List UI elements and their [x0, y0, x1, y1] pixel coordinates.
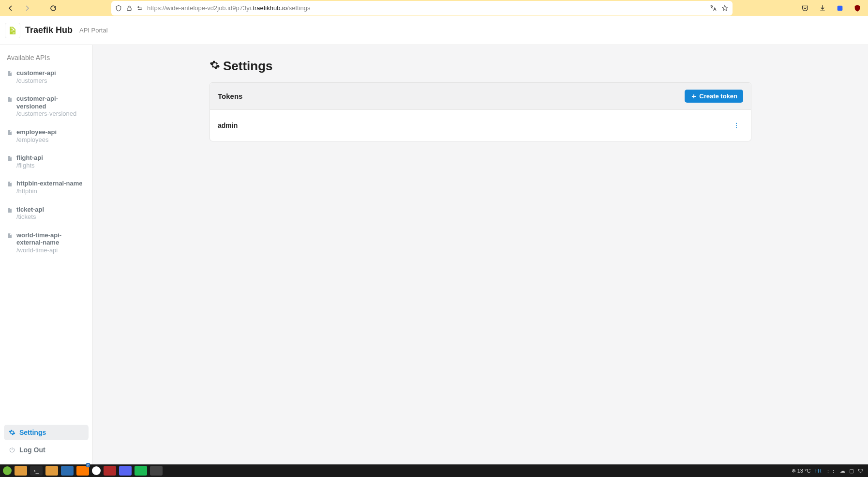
- taskbar-terminal[interactable]: ›_: [30, 466, 43, 476]
- tray-icon-4[interactable]: 🛡: [858, 468, 863, 474]
- power-icon: [9, 446, 15, 453]
- sidebar-api-item[interactable]: employee-api/employees: [3, 125, 90, 146]
- sidebar-api-item[interactable]: flight-api/flights: [3, 151, 90, 172]
- app-header: Traefik Hub API Portal: [0, 16, 868, 45]
- tokens-list: admin: [210, 110, 751, 141]
- api-path: /world-time-api: [16, 246, 86, 254]
- logo[interactable]: [5, 23, 20, 38]
- taskbar-app-4[interactable]: [104, 466, 116, 476]
- api-name: customer-api-versioned: [16, 95, 86, 110]
- document-icon: [7, 207, 13, 215]
- svg-point-1: [138, 6, 139, 7]
- brand-subtitle: API Portal: [79, 27, 108, 34]
- taskbar-app-6[interactable]: [135, 466, 147, 476]
- temp-indicator[interactable]: ❄ 13 °C: [792, 468, 811, 474]
- taskbar-app-5[interactable]: [119, 466, 132, 476]
- api-name: employee-api: [16, 128, 57, 136]
- document-icon: [7, 232, 13, 241]
- taskbar-app-7[interactable]: [150, 466, 163, 476]
- sidebar-api-item[interactable]: ticket-api/tickets: [3, 203, 90, 224]
- taskbar-start[interactable]: [3, 466, 12, 475]
- document-icon: [7, 155, 13, 163]
- url-prefix: https://wide-antelope-vd2job.id9p73yi.: [147, 4, 253, 12]
- api-path: /httpbin: [16, 187, 83, 195]
- api-path: /employees: [16, 136, 57, 144]
- sidebar-logout[interactable]: Log Out: [4, 442, 89, 458]
- downloads-icon[interactable]: [816, 1, 829, 15]
- sidebar-api-item[interactable]: customer-api-versioned/customers-version…: [3, 92, 90, 121]
- api-name: ticket-api: [16, 206, 44, 214]
- pocket-icon[interactable]: [798, 1, 812, 15]
- taskbar-app-2[interactable]: 2: [76, 466, 89, 476]
- api-path: /customers: [16, 77, 56, 85]
- page-title-text: Settings: [223, 59, 273, 74]
- browser-chrome: https://wide-antelope-vd2job.id9p73yi.tr…: [0, 0, 868, 16]
- url-bar[interactable]: https://wide-antelope-vd2job.id9p73yi.tr…: [111, 1, 733, 15]
- api-name: httpbin-external-name: [16, 180, 83, 187]
- brand-name: Traefik Hub: [25, 25, 73, 35]
- api-name: customer-api: [16, 69, 56, 77]
- back-button[interactable]: [4, 1, 17, 15]
- forward-button[interactable]: [20, 1, 34, 15]
- sidebar-logout-label: Log Out: [19, 446, 45, 454]
- reload-button[interactable]: [46, 1, 60, 15]
- document-icon: [7, 129, 13, 138]
- sidebar-api-item[interactable]: world-time-api-external-name/world-time-…: [3, 229, 90, 257]
- translate-icon[interactable]: [709, 4, 717, 12]
- tray-icon-2[interactable]: ☁: [840, 468, 845, 474]
- sidebar-settings[interactable]: Settings: [4, 425, 89, 440]
- page-title: Settings: [210, 59, 751, 74]
- gear-icon: [210, 59, 220, 74]
- api-name: flight-api: [16, 154, 43, 162]
- ublock-icon[interactable]: [851, 1, 864, 15]
- url-path: /settings: [287, 4, 310, 12]
- svg-point-7: [736, 123, 737, 124]
- tokens-card: Tokens Create token admin: [210, 82, 751, 141]
- taskbar-files[interactable]: [15, 466, 27, 476]
- gear-icon: [9, 429, 15, 436]
- svg-rect-3: [838, 5, 843, 11]
- tokens-card-header: Tokens Create token: [210, 83, 751, 110]
- create-token-button[interactable]: Create token: [685, 90, 743, 103]
- token-row: admin: [210, 110, 751, 141]
- api-path: /customers-versioned: [16, 110, 86, 118]
- bookmark-star-icon[interactable]: [721, 4, 729, 12]
- chrome-right: [798, 1, 864, 15]
- taskbar-tray: ❄ 13 °C FR ⋮⋮ ☁ ▢ 🛡: [792, 468, 865, 474]
- api-name: world-time-api-external-name: [16, 231, 86, 246]
- document-icon: [7, 96, 13, 104]
- url-host: traefikhub.io: [253, 4, 287, 12]
- sidebar-title: Available APIs: [3, 50, 90, 66]
- api-path: /flights: [16, 162, 43, 169]
- token-name: admin: [218, 122, 238, 129]
- lang-indicator[interactable]: FR: [814, 468, 822, 474]
- sidebar: Available APIs customer-api/customerscus…: [0, 45, 93, 464]
- svg-rect-0: [127, 8, 131, 10]
- sidebar-settings-label: Settings: [19, 429, 46, 436]
- svg-point-6: [11, 31, 13, 33]
- tray-icon-1[interactable]: ⋮⋮: [825, 468, 836, 474]
- create-token-label: Create token: [699, 92, 737, 100]
- sidebar-api-item[interactable]: httpbin-external-name/httpbin: [3, 177, 90, 198]
- taskbar-folder[interactable]: [45, 466, 58, 476]
- tray-icon-3[interactable]: ▢: [849, 468, 854, 474]
- sidebar-api-item[interactable]: customer-api/customers: [3, 66, 90, 87]
- permissions-icon: [136, 5, 143, 12]
- extension-icon[interactable]: [833, 1, 847, 15]
- taskbar-app-1[interactable]: [61, 466, 74, 476]
- shield-icon: [115, 5, 122, 12]
- api-list: customer-api/customerscustomer-api-versi…: [3, 66, 90, 423]
- svg-point-9: [736, 127, 737, 128]
- taskbar-app-3[interactable]: [92, 466, 101, 475]
- svg-point-5: [13, 31, 15, 32]
- tokens-section-title: Tokens: [218, 92, 242, 100]
- url-text: https://wide-antelope-vd2job.id9p73yi.tr…: [147, 4, 705, 12]
- os-taskbar: ›_ 2 ❄ 13 °C FR ⋮⋮ ☁ ▢ 🛡: [0, 464, 868, 477]
- svg-point-8: [736, 125, 737, 126]
- svg-point-4: [11, 29, 13, 30]
- token-actions-button[interactable]: [730, 119, 743, 132]
- document-icon: [7, 70, 13, 78]
- svg-point-2: [141, 9, 142, 10]
- api-path: /tickets: [16, 213, 44, 221]
- lock-icon: [126, 5, 133, 12]
